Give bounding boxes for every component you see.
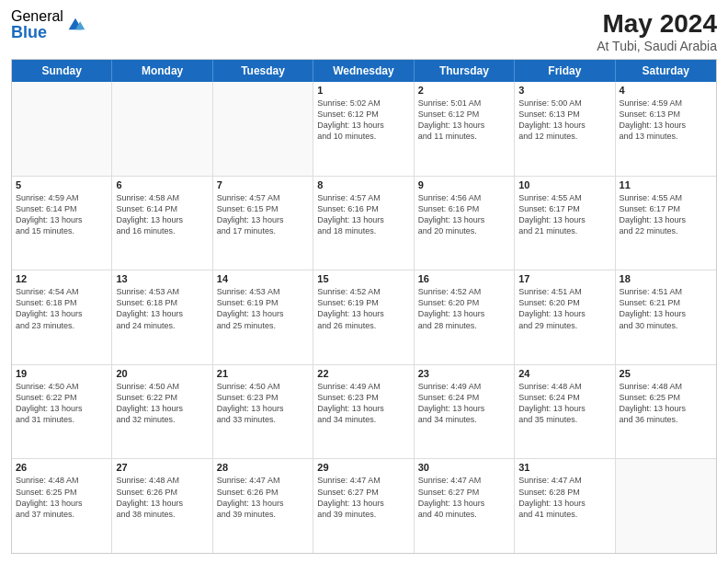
day-info: Sunrise: 4:47 AM Sunset: 6:26 PM Dayligh… xyxy=(217,475,309,520)
day-cell-15: 15Sunrise: 4:52 AM Sunset: 6:19 PM Dayli… xyxy=(313,270,414,364)
day-number: 20 xyxy=(116,368,208,379)
day-cell-20: 20Sunrise: 4:50 AM Sunset: 6:22 PM Dayli… xyxy=(112,365,212,459)
week-row-4: 26Sunrise: 4:48 AM Sunset: 6:25 PM Dayli… xyxy=(12,458,716,553)
week-row-2: 12Sunrise: 4:54 AM Sunset: 6:18 PM Dayli… xyxy=(12,270,716,364)
empty-cell-0-2 xyxy=(213,82,313,176)
day-info: Sunrise: 4:59 AM Sunset: 6:13 PM Dayligh… xyxy=(620,98,712,143)
week-row-3: 19Sunrise: 4:50 AM Sunset: 6:22 PM Dayli… xyxy=(12,364,716,459)
day-number: 13 xyxy=(116,273,208,284)
header-saturday: Saturday xyxy=(616,60,716,82)
day-number: 18 xyxy=(620,273,712,284)
day-info: Sunrise: 4:58 AM Sunset: 6:14 PM Dayligh… xyxy=(116,192,208,237)
header-monday: Monday xyxy=(112,60,212,82)
header-thursday: Thursday xyxy=(415,60,515,82)
day-number: 9 xyxy=(418,179,510,190)
day-info: Sunrise: 5:02 AM Sunset: 6:12 PM Dayligh… xyxy=(317,98,409,143)
day-info: Sunrise: 4:51 AM Sunset: 6:20 PM Dayligh… xyxy=(518,286,610,331)
day-number: 23 xyxy=(418,368,510,379)
day-cell-4: 4Sunrise: 4:59 AM Sunset: 6:13 PM Daylig… xyxy=(616,82,716,176)
day-cell-29: 29Sunrise: 4:47 AM Sunset: 6:27 PM Dayli… xyxy=(313,459,414,553)
day-info: Sunrise: 4:48 AM Sunset: 6:25 PM Dayligh… xyxy=(16,475,108,520)
day-info: Sunrise: 4:57 AM Sunset: 6:15 PM Dayligh… xyxy=(217,192,309,237)
day-info: Sunrise: 4:53 AM Sunset: 6:18 PM Dayligh… xyxy=(116,286,208,331)
day-number: 22 xyxy=(317,368,409,379)
logo-blue: Blue xyxy=(11,24,63,40)
day-info: Sunrise: 4:54 AM Sunset: 6:18 PM Dayligh… xyxy=(16,286,108,331)
day-cell-23: 23Sunrise: 4:49 AM Sunset: 6:24 PM Dayli… xyxy=(415,365,515,459)
title-block: May 2024 At Tubi, Saudi Arabia xyxy=(597,9,717,53)
day-info: Sunrise: 4:59 AM Sunset: 6:14 PM Dayligh… xyxy=(16,192,108,237)
day-info: Sunrise: 4:56 AM Sunset: 6:16 PM Dayligh… xyxy=(418,192,510,237)
day-number: 10 xyxy=(518,179,610,190)
logo-icon xyxy=(65,15,85,35)
day-cell-25: 25Sunrise: 4:48 AM Sunset: 6:25 PM Dayli… xyxy=(616,365,716,459)
title-location: At Tubi, Saudi Arabia xyxy=(597,39,717,53)
day-number: 16 xyxy=(418,273,510,284)
day-info: Sunrise: 4:51 AM Sunset: 6:21 PM Dayligh… xyxy=(620,286,712,331)
day-cell-22: 22Sunrise: 4:49 AM Sunset: 6:23 PM Dayli… xyxy=(313,365,414,459)
day-cell-12: 12Sunrise: 4:54 AM Sunset: 6:18 PM Dayli… xyxy=(12,270,112,364)
day-info: Sunrise: 5:01 AM Sunset: 6:12 PM Dayligh… xyxy=(418,98,510,143)
day-info: Sunrise: 5:00 AM Sunset: 6:13 PM Dayligh… xyxy=(518,98,610,143)
day-cell-30: 30Sunrise: 4:47 AM Sunset: 6:27 PM Dayli… xyxy=(415,459,515,553)
day-number: 15 xyxy=(317,273,409,284)
day-info: Sunrise: 4:49 AM Sunset: 6:24 PM Dayligh… xyxy=(418,381,510,426)
logo-general: General xyxy=(11,9,63,24)
logo-text: General Blue xyxy=(11,9,63,40)
day-cell-24: 24Sunrise: 4:48 AM Sunset: 6:24 PM Dayli… xyxy=(515,365,615,459)
day-cell-21: 21Sunrise: 4:50 AM Sunset: 6:23 PM Dayli… xyxy=(213,365,313,459)
week-row-1: 5Sunrise: 4:59 AM Sunset: 6:14 PM Daylig… xyxy=(12,176,716,270)
day-cell-9: 9Sunrise: 4:56 AM Sunset: 6:16 PM Daylig… xyxy=(415,177,515,270)
calendar-body: 1Sunrise: 5:02 AM Sunset: 6:12 PM Daylig… xyxy=(12,82,716,553)
header-tuesday: Tuesday xyxy=(213,60,313,82)
day-info: Sunrise: 4:49 AM Sunset: 6:23 PM Dayligh… xyxy=(317,381,409,426)
day-info: Sunrise: 4:57 AM Sunset: 6:16 PM Dayligh… xyxy=(317,192,409,237)
day-number: 26 xyxy=(16,462,108,473)
day-cell-27: 27Sunrise: 4:48 AM Sunset: 6:26 PM Dayli… xyxy=(112,459,212,553)
day-info: Sunrise: 4:55 AM Sunset: 6:17 PM Dayligh… xyxy=(620,192,712,237)
day-info: Sunrise: 4:48 AM Sunset: 6:25 PM Dayligh… xyxy=(620,381,712,426)
day-info: Sunrise: 4:47 AM Sunset: 6:28 PM Dayligh… xyxy=(518,475,610,520)
header: General Blue May 2024 At Tubi, Saudi Ara… xyxy=(11,9,717,53)
day-number: 5 xyxy=(16,179,108,190)
day-number: 28 xyxy=(217,462,309,473)
day-info: Sunrise: 4:50 AM Sunset: 6:23 PM Dayligh… xyxy=(217,381,309,426)
day-number: 31 xyxy=(518,462,610,473)
week-row-0: 1Sunrise: 5:02 AM Sunset: 6:12 PM Daylig… xyxy=(12,82,716,176)
day-info: Sunrise: 4:48 AM Sunset: 6:26 PM Dayligh… xyxy=(116,475,208,520)
day-number: 3 xyxy=(518,85,610,96)
day-number: 8 xyxy=(317,179,409,190)
calendar: Sunday Monday Tuesday Wednesday Thursday… xyxy=(11,59,717,554)
header-wednesday: Wednesday xyxy=(313,60,414,82)
day-cell-6: 6Sunrise: 4:58 AM Sunset: 6:14 PM Daylig… xyxy=(112,177,212,270)
day-cell-5: 5Sunrise: 4:59 AM Sunset: 6:14 PM Daylig… xyxy=(12,177,112,270)
page: General Blue May 2024 At Tubi, Saudi Ara… xyxy=(0,0,728,563)
day-number: 11 xyxy=(620,179,712,190)
day-cell-18: 18Sunrise: 4:51 AM Sunset: 6:21 PM Dayli… xyxy=(616,270,716,364)
day-number: 19 xyxy=(16,368,108,379)
day-number: 7 xyxy=(217,179,309,190)
logo: General Blue xyxy=(11,9,85,40)
day-cell-10: 10Sunrise: 4:55 AM Sunset: 6:17 PM Dayli… xyxy=(515,177,615,270)
day-number: 6 xyxy=(116,179,208,190)
day-cell-8: 8Sunrise: 4:57 AM Sunset: 6:16 PM Daylig… xyxy=(313,177,414,270)
day-number: 27 xyxy=(116,462,208,473)
day-cell-16: 16Sunrise: 4:52 AM Sunset: 6:20 PM Dayli… xyxy=(415,270,515,364)
day-number: 24 xyxy=(518,368,610,379)
day-info: Sunrise: 4:55 AM Sunset: 6:17 PM Dayligh… xyxy=(518,192,610,237)
day-info: Sunrise: 4:53 AM Sunset: 6:19 PM Dayligh… xyxy=(217,286,309,331)
day-cell-26: 26Sunrise: 4:48 AM Sunset: 6:25 PM Dayli… xyxy=(12,459,112,553)
empty-cell-0-0 xyxy=(12,82,112,176)
day-number: 29 xyxy=(317,462,409,473)
header-sunday: Sunday xyxy=(12,60,112,82)
day-cell-28: 28Sunrise: 4:47 AM Sunset: 6:26 PM Dayli… xyxy=(213,459,313,553)
empty-cell-0-1 xyxy=(112,82,212,176)
day-cell-1: 1Sunrise: 5:02 AM Sunset: 6:12 PM Daylig… xyxy=(313,82,414,176)
day-cell-31: 31Sunrise: 4:47 AM Sunset: 6:28 PM Dayli… xyxy=(515,459,615,553)
day-number: 25 xyxy=(620,368,712,379)
day-info: Sunrise: 4:48 AM Sunset: 6:24 PM Dayligh… xyxy=(518,381,610,426)
day-number: 21 xyxy=(217,368,309,379)
calendar-header: Sunday Monday Tuesday Wednesday Thursday… xyxy=(12,60,716,82)
day-info: Sunrise: 4:52 AM Sunset: 6:19 PM Dayligh… xyxy=(317,286,409,331)
header-friday: Friday xyxy=(515,60,615,82)
